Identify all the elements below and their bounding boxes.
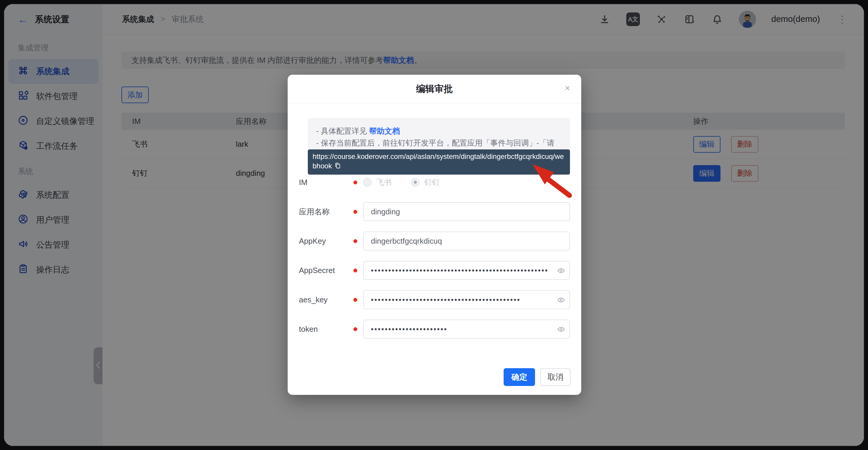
modal-footer: 确定 取消 xyxy=(504,368,570,386)
form-row-im: IM 飞书 钉钉 xyxy=(288,173,581,192)
radio-dingtalk[interactable]: 钉钉 xyxy=(411,177,440,188)
appkey-input[interactable] xyxy=(363,232,570,250)
field-label: aes_key xyxy=(299,290,328,309)
app-name-input[interactable] xyxy=(363,202,570,221)
radio-icon xyxy=(411,178,420,186)
radio-label: 钉钉 xyxy=(424,177,440,188)
form-row-token: token xyxy=(288,320,581,338)
close-icon[interactable]: × xyxy=(565,84,570,92)
required-dot-icon xyxy=(353,210,357,214)
app-window: ← 系统设置 集成管理 系统集成 软件包管理 自定义镜像管理 xyxy=(4,4,864,446)
required-dot-icon xyxy=(353,181,357,184)
required-dot-icon xyxy=(353,298,357,302)
field-label: token xyxy=(299,320,318,338)
radio-label: 飞书 xyxy=(376,177,392,188)
required-dot-icon xyxy=(353,269,357,272)
required-dot-icon xyxy=(353,327,357,331)
form-row-app-name: 应用名称 xyxy=(288,202,581,221)
eye-icon[interactable] xyxy=(557,325,565,335)
field-label: AppKey xyxy=(299,232,326,250)
form-row-appkey: AppKey xyxy=(288,232,581,250)
aes-key-input[interactable] xyxy=(363,290,570,309)
im-radio-group: 飞书 钉钉 xyxy=(363,173,440,192)
edit-approval-modal: 编辑审批 × - 具体配置详见 帮助文档 - 保存当前配置后，前往钉钉开发平台，… xyxy=(288,75,581,395)
radio-icon xyxy=(363,178,371,186)
copy-icon[interactable] xyxy=(334,162,341,172)
appsecret-input[interactable] xyxy=(363,261,570,280)
form-row-aes-key: aes_key xyxy=(288,290,581,309)
radio-feishu[interactable]: 飞书 xyxy=(363,177,392,188)
modal-header: 编辑审批 × xyxy=(288,75,581,103)
help-line-1: - 具体配置详见 帮助文档 xyxy=(316,125,562,137)
field-label: AppSecret xyxy=(299,261,335,280)
help-doc-link[interactable]: 帮助文档 xyxy=(369,127,400,136)
webhook-url-tooltip: https://course.koderover.com/api/aslan/s… xyxy=(308,149,570,175)
eye-icon[interactable] xyxy=(557,266,565,276)
form-row-appsecret: AppSecret xyxy=(288,261,581,280)
confirm-button[interactable]: 确定 xyxy=(504,368,535,386)
field-label: 应用名称 xyxy=(299,202,330,221)
eye-icon[interactable] xyxy=(557,296,565,306)
webhook-url: https://course.koderover.com/api/aslan/s… xyxy=(313,152,564,170)
required-dot-icon xyxy=(353,239,357,243)
cancel-button[interactable]: 取消 xyxy=(540,368,570,386)
screenshot-stage: ← 系统设置 集成管理 系统集成 软件包管理 自定义镜像管理 xyxy=(0,0,868,450)
token-input[interactable] xyxy=(363,320,570,338)
field-label: IM xyxy=(299,173,308,192)
modal-title: 编辑审批 xyxy=(416,83,453,95)
